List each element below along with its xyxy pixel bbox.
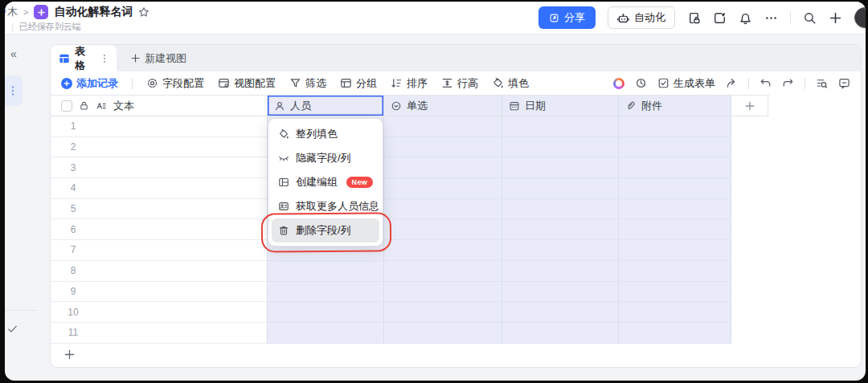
table-row[interactable]: 7 <box>51 240 861 261</box>
table-cell[interactable] <box>618 137 731 158</box>
table-cell[interactable] <box>383 302 502 323</box>
row-header[interactable]: 3 <box>51 157 267 178</box>
column-header-single-select[interactable]: 单选 <box>383 96 502 116</box>
table-row[interactable]: 4 <box>51 178 861 199</box>
check-icon[interactable] <box>6 323 18 335</box>
notification-bell-icon[interactable] <box>739 11 752 25</box>
menu-item-fill-column[interactable]: 整列填色 <box>272 122 379 146</box>
table-cell[interactable] <box>618 178 731 199</box>
table-cell[interactable] <box>618 323 731 344</box>
table-cell[interactable] <box>267 282 383 303</box>
column-header-text[interactable]: 文本 <box>51 96 267 116</box>
tab-more-icon[interactable] <box>100 54 108 63</box>
menu-item-get-person-info[interactable]: 获取更多人员信息 <box>272 194 379 218</box>
table-row[interactable]: 6 <box>51 219 861 240</box>
undo-icon[interactable] <box>760 77 772 89</box>
column-header-attachment[interactable]: 附件 <box>618 96 731 116</box>
column-header-person[interactable]: 人员 <box>267 96 383 116</box>
table-cell[interactable] <box>267 302 383 323</box>
breadcrumb-parent[interactable]: 甲木 <box>5 5 18 19</box>
table-row[interactable]: 9 <box>51 282 861 303</box>
search-icon[interactable] <box>803 11 817 25</box>
table-cell[interactable] <box>383 261 502 282</box>
sidebar-table-handle[interactable] <box>5 75 23 106</box>
doc-permission-icon[interactable] <box>687 11 701 25</box>
comment-icon[interactable] <box>838 77 850 89</box>
find-in-table-icon[interactable] <box>816 77 828 89</box>
table-cell[interactable] <box>502 199 618 220</box>
share-button[interactable]: 分享 <box>538 6 596 29</box>
table-cell[interactable] <box>618 199 731 220</box>
table-cell[interactable] <box>618 116 731 137</box>
row-header[interactable]: 5 <box>51 199 267 220</box>
table-cell[interactable] <box>502 219 618 240</box>
table-cell[interactable] <box>383 137 502 158</box>
table-cell[interactable] <box>502 261 618 282</box>
generate-form-button[interactable]: 生成表单 <box>657 76 715 91</box>
automation-button[interactable]: 自动化 <box>608 6 675 29</box>
table-row[interactable]: 10 <box>51 302 861 323</box>
new-tab-plus-icon[interactable] <box>829 11 842 25</box>
column-header-date[interactable]: 日期 <box>502 96 618 116</box>
table-cell[interactable] <box>267 261 383 282</box>
table-row[interactable]: 5 <box>51 199 861 220</box>
new-view-button[interactable]: 新建视图 <box>130 45 186 71</box>
table-cell[interactable] <box>502 323 618 344</box>
menu-item-create-group[interactable]: 创建编组 New <box>272 170 379 194</box>
select-all-checkbox[interactable] <box>61 100 72 112</box>
table-row[interactable]: 3 <box>51 157 861 178</box>
table-cell[interactable] <box>383 116 502 137</box>
avatar[interactable] <box>854 7 866 28</box>
table-cell[interactable] <box>502 178 618 199</box>
menu-item-delete-field[interactable]: 删除字段/列 <box>272 218 379 242</box>
star-icon[interactable] <box>138 6 149 18</box>
table-cell[interactable] <box>618 157 731 178</box>
table-cell[interactable] <box>502 116 618 137</box>
add-row-button[interactable] <box>51 344 861 365</box>
field-config-button[interactable]: 字段配置 <box>146 76 204 91</box>
table-cell[interactable] <box>618 261 731 282</box>
table-cell[interactable] <box>618 302 731 323</box>
table-cell[interactable] <box>502 157 618 178</box>
history-icon[interactable] <box>635 77 647 89</box>
table-cell[interactable] <box>502 137 618 158</box>
table-row[interactable]: 2 <box>51 137 861 158</box>
row-height-button[interactable]: 行高 <box>441 76 478 91</box>
table-row[interactable]: 1 <box>51 116 861 137</box>
more-icon[interactable] <box>764 11 778 25</box>
table-cell[interactable] <box>618 240 731 261</box>
table-cell[interactable] <box>383 219 502 240</box>
add-record-button[interactable]: 添加记录 <box>61 76 118 91</box>
collapse-sidebar-icon[interactable]: « <box>10 47 17 60</box>
table-cell[interactable] <box>618 282 731 303</box>
tab-grid-view[interactable]: 表格 <box>51 45 117 71</box>
row-header[interactable]: 6 <box>51 219 267 240</box>
magic-ring-icon[interactable] <box>613 78 624 89</box>
table-cell[interactable] <box>267 323 383 344</box>
quick-access-icon[interactable] <box>713 11 727 25</box>
row-header[interactable]: 9 <box>51 282 267 303</box>
redo-icon[interactable] <box>782 77 794 89</box>
menu-item-hide-field[interactable]: 隐藏字段/列 <box>272 146 379 170</box>
table-cell[interactable] <box>383 199 502 220</box>
group-button[interactable]: 分组 <box>340 76 377 91</box>
table-cell[interactable] <box>502 282 618 303</box>
view-config-button[interactable]: 视图配置 <box>218 76 276 91</box>
row-header[interactable]: 4 <box>51 178 267 199</box>
table-cell[interactable] <box>383 282 502 303</box>
row-header[interactable]: 1 <box>51 116 267 137</box>
row-header[interactable]: 11 <box>51 323 267 344</box>
row-header[interactable]: 8 <box>51 261 267 282</box>
table-row[interactable]: 11 <box>51 323 861 344</box>
table-cell[interactable] <box>383 240 502 261</box>
table-cell[interactable] <box>502 302 618 323</box>
forward-arrow-icon[interactable] <box>726 77 738 89</box>
row-header[interactable]: 10 <box>51 302 267 323</box>
table-cell[interactable] <box>383 178 502 199</box>
table-cell[interactable] <box>383 157 502 178</box>
table-cell[interactable] <box>383 323 502 344</box>
sort-button[interactable]: 排序 <box>391 76 428 91</box>
table-row[interactable]: 8 <box>51 261 861 282</box>
table-cell[interactable] <box>502 240 618 261</box>
row-header[interactable]: 2 <box>51 137 267 158</box>
